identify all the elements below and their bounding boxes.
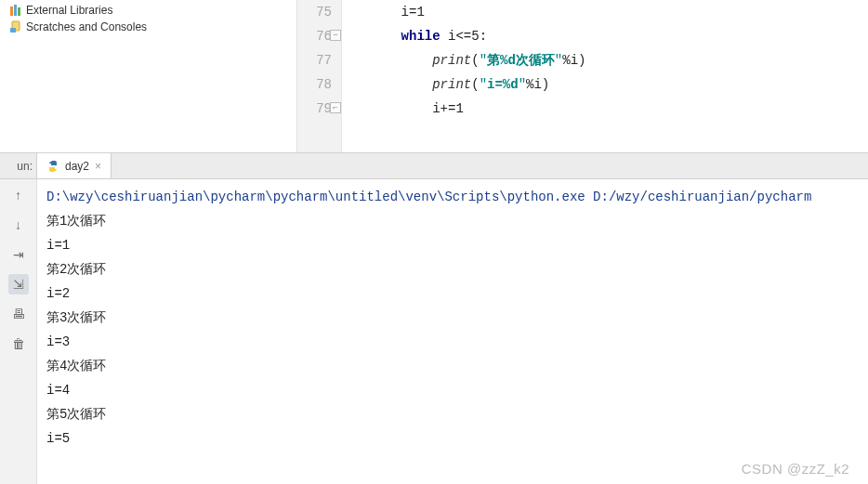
token-str: " <box>555 53 562 68</box>
svg-rect-4 <box>10 28 16 33</box>
token-plain: %i) <box>562 53 585 68</box>
svg-rect-0 <box>10 7 13 16</box>
tree-item-scratches[interactable]: Scratches and Consoles <box>6 19 291 35</box>
print-icon[interactable]: 🖶 <box>8 304 29 324</box>
project-tree[interactable]: External Libraries Scratches and Console… <box>0 0 297 152</box>
run-tab-day2[interactable]: day2 × <box>37 153 112 178</box>
code-line[interactable]: i=1 <box>370 0 868 24</box>
console-line: i=2 <box>46 281 859 306</box>
console-line: i=3 <box>46 330 859 354</box>
console-line: i=1 <box>46 233 859 257</box>
run-label: un: <box>0 153 37 178</box>
console-line: i=5 <box>46 426 859 451</box>
line-number: 77 <box>297 48 332 72</box>
tree-item-label: External Libraries <box>26 4 112 17</box>
console-line: i=4 <box>46 378 859 402</box>
run-tab-bar: un: day2 × <box>0 153 868 179</box>
token-plain: i<=5: <box>441 29 487 44</box>
tree-item-label: Scratches and Consoles <box>26 20 147 33</box>
editor-gutter: 7576−777879⌐ <box>297 0 342 152</box>
trash-icon[interactable]: 🗑 <box>8 334 29 354</box>
token-str: " <box>480 53 487 68</box>
console-line: 第2次循环 <box>46 257 859 281</box>
scroll-icon[interactable]: ⇲ <box>8 274 29 294</box>
svg-rect-1 <box>14 5 17 16</box>
console-toolbar: ↑↓⇥⇲🖶🗑 <box>0 179 37 484</box>
console-command: D:\wzy\ceshiruanjian\pycharm\pycharm\unt… <box>46 185 859 209</box>
token-plain: ( <box>471 53 479 68</box>
console-line: 第1次循环 <box>46 209 859 233</box>
console-line: 第5次循环 <box>46 402 859 426</box>
up-icon[interactable]: ↑ <box>8 185 29 205</box>
token-plain: ( <box>471 77 479 92</box>
console-panel: ↑↓⇥⇲🖶🗑 D:\wzy\ceshiruanjian\pycharm\pych… <box>0 179 868 484</box>
console-output[interactable]: D:\wzy\ceshiruanjian\pycharm\pycharm\unt… <box>37 179 868 484</box>
token-strb: 第%d次循环 <box>487 53 555 68</box>
token-plain: i+=1 <box>432 101 464 116</box>
scratch-icon <box>9 20 22 33</box>
token-fn: print <box>432 77 471 92</box>
external-lib-icon <box>9 4 22 17</box>
token-str: " <box>480 77 487 92</box>
fold-icon[interactable]: − <box>330 30 341 41</box>
token-kw: while <box>401 29 441 44</box>
close-icon[interactable]: × <box>95 160 101 173</box>
top-split: External Libraries Scratches and Console… <box>0 0 868 153</box>
code-line[interactable]: print("i=%d"%i) <box>370 72 868 97</box>
token-str: " <box>519 77 526 92</box>
console-line: 第4次循环 <box>46 354 859 378</box>
line-number: 76− <box>297 24 332 48</box>
line-number: 78 <box>297 72 332 97</box>
console-line: 第3次循环 <box>46 306 859 330</box>
down-icon[interactable]: ↓ <box>8 215 29 235</box>
run-tab-label: day2 <box>65 160 89 173</box>
token-plain: i=1 <box>401 5 425 20</box>
wrap-icon[interactable]: ⇥ <box>8 244 29 265</box>
token-fn: print <box>432 53 471 68</box>
tree-item-external-libraries[interactable]: External Libraries <box>6 2 291 19</box>
python-file-icon <box>46 160 59 173</box>
line-number: 79⌐ <box>297 97 332 121</box>
code-line[interactable]: while i<=5: <box>370 24 868 48</box>
code-line[interactable]: print("第%d次循环"%i) <box>370 48 868 72</box>
svg-rect-2 <box>18 7 20 16</box>
code-editor[interactable]: 7576−777879⌐ i=1 while i<=5: print("第%d次… <box>297 0 868 152</box>
token-strb: i=%d <box>487 77 519 92</box>
token-plain: %i) <box>526 77 549 92</box>
line-number: 75 <box>297 0 332 24</box>
code-column[interactable]: i=1 while i<=5: print("第%d次循环"%i) print(… <box>342 0 868 152</box>
code-line[interactable]: i+=1 <box>370 97 868 121</box>
fold-end-icon[interactable]: ⌐ <box>330 102 341 113</box>
